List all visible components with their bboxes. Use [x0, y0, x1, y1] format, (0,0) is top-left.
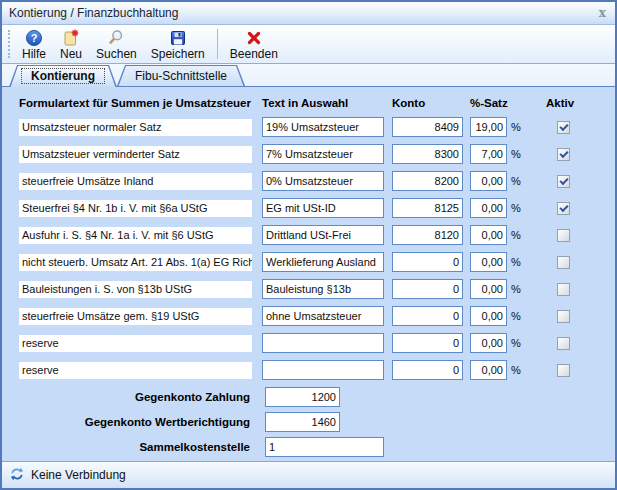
formulartext-field[interactable]: Ausfuhr i. S. §4 Nr. 1a i. V. mit §6 USt…	[19, 227, 252, 244]
konto-input[interactable]	[392, 171, 463, 191]
konto-input[interactable]	[392, 117, 463, 137]
konto-input[interactable]	[392, 252, 463, 272]
satz-input[interactable]	[470, 198, 507, 218]
aktiv-checkbox[interactable]	[557, 175, 570, 188]
gegenkonto-wertberichtigung-input[interactable]	[265, 412, 340, 432]
aktiv-checkbox[interactable]	[557, 337, 570, 350]
auswahl-input[interactable]	[262, 333, 384, 353]
window-title: Kontierung / Finanzbuchhaltung	[9, 6, 597, 20]
table-row: Steuerfrei §4 Nr. 1b i. V. mit §6a UStG …	[19, 198, 615, 218]
percent-label: %	[511, 337, 521, 349]
sammelkostenstelle-input[interactable]	[265, 437, 384, 457]
konto-input[interactable]	[392, 306, 463, 326]
sync-icon	[10, 467, 24, 484]
exit-button-label: Beenden	[230, 47, 278, 61]
header-satz: %-Satz	[470, 97, 530, 109]
help-icon: ?	[25, 29, 43, 47]
formulartext-field[interactable]: Steuerfrei §4 Nr. 1b i. V. mit §6a UStG	[19, 200, 252, 217]
auswahl-input[interactable]	[262, 252, 384, 272]
aktiv-checkbox[interactable]	[557, 229, 570, 242]
formulartext-field[interactable]: nicht steuerb. Umsatz Art. 21 Abs. 1(a) …	[19, 254, 252, 271]
app-window: Kontierung / Finanzbuchhaltung x ? Hilfe	[0, 0, 617, 490]
konto-input[interactable]	[392, 279, 463, 299]
tab-kontierung[interactable]: Kontierung	[9, 65, 117, 87]
auswahl-input[interactable]	[262, 360, 384, 380]
satz-input[interactable]	[470, 171, 507, 191]
aktiv-checkbox[interactable]	[557, 256, 570, 269]
auswahl-input[interactable]	[262, 144, 384, 164]
new-button[interactable]: Neu	[53, 28, 89, 61]
satz-input[interactable]	[470, 225, 507, 245]
toolbar-separator	[217, 29, 218, 59]
satz-input[interactable]	[470, 360, 507, 380]
search-icon	[107, 29, 125, 47]
satz-input[interactable]	[470, 117, 507, 137]
percent-label: %	[511, 148, 521, 160]
satz-input[interactable]	[470, 279, 507, 299]
aktiv-checkbox[interactable]	[557, 310, 570, 323]
formulartext-field[interactable]: steuerfreie Umsätze Inland	[19, 173, 252, 190]
auswahl-input[interactable]	[262, 279, 384, 299]
formulartext-field[interactable]: reserve	[19, 362, 252, 379]
konto-input[interactable]	[392, 198, 463, 218]
gegenkonto-zahlung-row: Gegenkonto Zahlung	[19, 387, 615, 407]
kontierung-panel: Formulartext für Summen je Umsatzsteuer …	[2, 86, 615, 461]
table-row: steuerfreie Umsätze gem. §19 UStG %	[19, 306, 615, 326]
satz-input[interactable]	[470, 144, 507, 164]
formulartext-field[interactable]: reserve	[19, 335, 252, 352]
satz-input[interactable]	[470, 252, 507, 272]
auswahl-input[interactable]	[262, 171, 384, 191]
auswahl-input[interactable]	[262, 225, 384, 245]
help-button[interactable]: ? Hilfe	[15, 28, 53, 61]
auswahl-input[interactable]	[262, 117, 384, 137]
tab-fibu-schnittstelle[interactable]: Fibu-Schnittstelle	[117, 65, 245, 86]
header-konto: Konto	[392, 97, 463, 109]
percent-label: %	[511, 202, 521, 214]
exit-icon	[245, 29, 263, 47]
aktiv-checkbox[interactable]	[557, 283, 570, 296]
save-button-label: Speichern	[151, 47, 205, 61]
auswahl-input[interactable]	[262, 198, 384, 218]
gegenkonto-wertberichtigung-row: Gegenkonto Wertberichtigung	[19, 412, 615, 432]
table-row: Umsatzsteuer verminderter Satz %	[19, 144, 615, 164]
table-row: reserve %	[19, 333, 615, 353]
search-button-label: Suchen	[96, 47, 137, 61]
new-icon	[62, 29, 80, 47]
svg-text:?: ?	[31, 32, 38, 44]
sammelkostenstelle-row: Sammelkostenstelle	[19, 437, 615, 457]
statusbar: Keine Verbindung	[2, 461, 615, 488]
toolbar-grip[interactable]	[8, 30, 10, 58]
table-row: Umsatzsteuer normaler Satz %	[19, 117, 615, 137]
formulartext-field[interactable]: steuerfreie Umsätze gem. §19 UStG	[19, 308, 252, 325]
aktiv-checkbox[interactable]	[557, 148, 570, 161]
percent-label: %	[511, 283, 521, 295]
statusbar-text: Keine Verbindung	[31, 468, 126, 482]
satz-input[interactable]	[470, 306, 507, 326]
tab-fibu-label: Fibu-Schnittstelle	[135, 69, 227, 83]
grid-header: Formulartext für Summen je Umsatzsteuer …	[19, 97, 615, 109]
percent-label: %	[511, 364, 521, 376]
save-button[interactable]: Speichern	[144, 28, 212, 61]
auswahl-input[interactable]	[262, 306, 384, 326]
table-row: Ausfuhr i. S. §4 Nr. 1a i. V. mit §6 USt…	[19, 225, 615, 245]
table-row: nicht steuerb. Umsatz Art. 21 Abs. 1(a) …	[19, 252, 615, 272]
aktiv-checkbox[interactable]	[557, 121, 570, 134]
gegenkonto-zahlung-label: Gegenkonto Zahlung	[19, 391, 250, 403]
aktiv-checkbox[interactable]	[557, 364, 570, 377]
satz-input[interactable]	[470, 333, 507, 353]
konto-input[interactable]	[392, 360, 463, 380]
percent-label: %	[511, 310, 521, 322]
konto-input[interactable]	[392, 144, 463, 164]
table-row: steuerfreie Umsätze Inland %	[19, 171, 615, 191]
search-button[interactable]: Suchen	[89, 28, 144, 61]
header-formulartext: Formulartext für Summen je Umsatzsteuer	[19, 97, 252, 109]
formulartext-field[interactable]: Umsatzsteuer verminderter Satz	[19, 146, 252, 163]
aktiv-checkbox[interactable]	[557, 202, 570, 215]
exit-button[interactable]: Beenden	[223, 28, 285, 61]
close-button[interactable]: x	[597, 7, 608, 19]
formulartext-field[interactable]: Umsatzsteuer normaler Satz	[19, 119, 252, 136]
gegenkonto-zahlung-input[interactable]	[265, 387, 340, 407]
konto-input[interactable]	[392, 225, 463, 245]
formulartext-field[interactable]: Bauleistungen i. S. von §13b UStG	[19, 281, 252, 298]
konto-input[interactable]	[392, 333, 463, 353]
